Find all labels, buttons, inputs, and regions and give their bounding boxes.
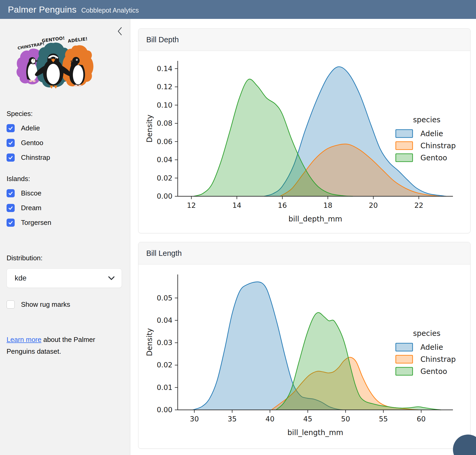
gentoo-density-area — [276, 313, 441, 410]
y-axis-label: Density — [145, 115, 154, 142]
checkbox-row-biscoe: Biscoe — [7, 189, 130, 197]
check-icon — [8, 220, 13, 225]
checkbox-row-chinstrap: Chinstrap — [7, 154, 130, 162]
checkbox-row-adelie: Adelie — [7, 124, 130, 132]
biscoe-checkbox[interactable] — [7, 189, 15, 197]
distribution-label: Distribution: — [7, 254, 130, 262]
x-axis-label: bill_length_mm — [288, 428, 343, 437]
chinstrap-checkbox-label: Chinstrap — [21, 154, 50, 162]
y-tick-label: 0.04 — [157, 316, 172, 324]
rug-checkbox-label: Show rug marks — [21, 300, 70, 309]
rug-checkbox-row: Show rug marks — [7, 300, 130, 309]
species-checkbox-group: AdelieGentooChinstrap — [7, 124, 130, 162]
distribution-select[interactable]: kde — [7, 268, 122, 288]
y-tick-label: 0.14 — [157, 65, 172, 73]
dream-checkbox[interactable] — [7, 204, 15, 212]
legend-swatch-chinstrap — [396, 142, 413, 150]
legend-label-gentoo: Gentoo — [420, 154, 447, 162]
x-tick-label: 50 — [341, 415, 350, 423]
bill-length-card: Bill Length 303540455055600.000.010.020.… — [138, 242, 470, 449]
check-icon — [8, 140, 13, 146]
x-tick-label: 55 — [379, 415, 388, 423]
x-tick-label: 45 — [303, 415, 312, 423]
dream-checkbox-label: Dream — [21, 204, 41, 212]
x-tick-label: 22 — [414, 201, 423, 209]
x-tick-label: 18 — [323, 201, 332, 209]
check-icon — [8, 191, 13, 196]
bill-depth-card-title: Bill Depth — [138, 29, 470, 51]
islands-group-label: Islands: — [7, 175, 130, 183]
y-tick-label: 0.08 — [157, 119, 172, 127]
legend-swatch-adelie — [396, 130, 413, 137]
app-subtitle: Cobblepot Analytics — [81, 7, 139, 14]
adelie-splash-label: ADÉLIE! — [68, 36, 88, 44]
learn-more-text: Learn more about the Palmer Penguins dat… — [7, 334, 104, 357]
x-tick-label: 40 — [266, 415, 274, 423]
x-tick-label: 12 — [187, 201, 196, 209]
checkbox-row-dream: Dream — [7, 204, 130, 212]
y-tick-label: 0.10 — [157, 101, 172, 109]
y-tick-label: 0.00 — [157, 192, 172, 200]
chevron-left-icon — [117, 27, 123, 36]
x-tick-label: 60 — [417, 415, 426, 423]
y-axis-label: Density — [145, 328, 154, 356]
y-tick-label: 0.01 — [157, 383, 172, 391]
app-header: Palmer Penguins Cobblepot Analytics — [0, 0, 476, 19]
legend-label-adelie: Adelie — [420, 129, 443, 138]
legend-label-chinstrap: Chinstrap — [420, 355, 456, 364]
app-window: Palmer Penguins Cobblepot Analytics — [0, 0, 476, 455]
y-tick-label: 0.00 — [157, 406, 172, 414]
islands-checkbox-group: BiscoeDreamTorgersen — [7, 189, 130, 227]
x-tick-label: 16 — [278, 201, 287, 209]
distribution-selected-value: kde — [15, 274, 26, 282]
torgersen-checkbox-label: Torgersen — [21, 219, 51, 227]
legend-label-adelie: Adelie — [420, 343, 443, 352]
gentoo-splash-label: GENTOO! — [41, 35, 65, 44]
adelie-checkbox-label: Adelie — [21, 124, 40, 132]
x-tick-label: 20 — [369, 201, 378, 209]
checkbox-row-torgersen: Torgersen — [7, 219, 130, 227]
sidebar: CHINSTRAP! GENTOO! ADÉLIE! Species: Adel… — [0, 19, 130, 455]
x-tick-label: 30 — [190, 415, 199, 423]
y-tick-label: 0.02 — [157, 361, 172, 369]
learn-more-link[interactable]: Learn more — [7, 336, 41, 343]
x-tick-label: 14 — [232, 201, 241, 209]
check-icon — [8, 205, 13, 211]
legend-swatch-gentoo — [396, 367, 413, 375]
sidebar-collapse-button[interactable] — [115, 26, 124, 36]
y-tick-label: 0.03 — [157, 338, 172, 347]
y-tick-label: 0.04 — [157, 156, 172, 164]
chevron-down-icon — [108, 276, 115, 280]
torgersen-checkbox[interactable] — [7, 219, 15, 227]
main-panel: Bill Depth 1214161820220.000.020.040.060… — [130, 19, 476, 455]
check-icon — [8, 125, 13, 131]
legend-swatch-gentoo — [396, 154, 413, 162]
biscoe-checkbox-label: Biscoe — [21, 189, 41, 197]
penguins-illustration: CHINSTRAP! GENTOO! ADÉLIE! — [8, 34, 97, 97]
y-tick-label: 0.05 — [157, 294, 172, 302]
legend-label-gentoo: Gentoo — [420, 367, 447, 376]
legend-swatch-adelie — [396, 343, 413, 351]
bill-length-card-title: Bill Length — [138, 242, 470, 264]
x-axis-label: bill_depth_mm — [288, 215, 342, 223]
adelie-checkbox[interactable] — [7, 124, 15, 132]
legend-title: species — [413, 115, 441, 124]
check-icon — [8, 155, 13, 160]
legend: speciesAdelieChinstrapGentoo — [396, 329, 456, 376]
y-tick-label: 0.02 — [157, 174, 172, 182]
app-title: Palmer Penguins — [8, 4, 77, 15]
bill-depth-density-plot: 1214161820220.000.020.040.060.080.100.12… — [138, 51, 470, 233]
show-rug-marks-checkbox[interactable] — [7, 300, 15, 309]
species-group-label: Species: — [7, 110, 130, 118]
chinstrap-checkbox[interactable] — [7, 154, 15, 162]
checkbox-row-gentoo: Gentoo — [7, 139, 130, 147]
gentoo-checkbox-label: Gentoo — [21, 139, 43, 147]
legend-swatch-chinstrap — [396, 355, 413, 363]
gentoo-checkbox[interactable] — [7, 139, 15, 147]
legend: speciesAdelieChinstrapGentoo — [396, 115, 456, 162]
bill-length-density-plot: 303540455055600.000.010.020.030.040.05bi… — [138, 264, 470, 447]
x-tick-label: 35 — [228, 415, 237, 423]
bill-depth-card: Bill Depth 1214161820220.000.020.040.060… — [138, 28, 470, 233]
y-tick-label: 0.12 — [157, 83, 172, 91]
legend-label-chinstrap: Chinstrap — [420, 141, 456, 150]
